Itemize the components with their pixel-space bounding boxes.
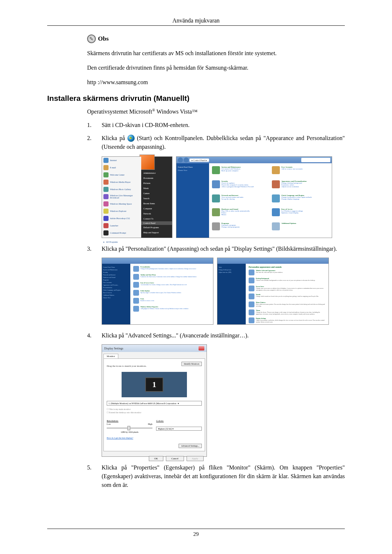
step-2-text-a: Klicka på bbox=[102, 135, 127, 141]
sm-left-4: Windows Photo Gallery bbox=[110, 188, 131, 190]
smr-12: Help and Support bbox=[143, 230, 170, 235]
advanced-settings-button: Advanced Settings... bbox=[179, 444, 202, 448]
step-5-text: Klicka på "Properties" (Egenskaper) på f… bbox=[102, 463, 345, 489]
smr-4: Games bbox=[143, 191, 170, 196]
ps-left-item: Network and Internet bbox=[103, 274, 129, 276]
ds-drag-text: Drag the icons to match your monitors. bbox=[107, 365, 147, 368]
step-3: 3. Klicka på "Personalization" (Anpassni… bbox=[87, 245, 345, 253]
ps-left-item: Change desktop icons bbox=[219, 268, 245, 271]
color-depth-dropdown: Highest (32 bit) ▾ bbox=[156, 427, 202, 431]
ps-section: Taskbar and Start MenuCustomize the Star… bbox=[133, 274, 210, 280]
ps-left-item: Adjust font size (DPI) bbox=[219, 271, 245, 274]
back-button-icon bbox=[178, 157, 183, 163]
startmenu-screenshot: Internet E-mail Welcome Center Windows M… bbox=[102, 156, 172, 238]
ps-section: ThemeChange the theme. Themes can change… bbox=[249, 309, 326, 315]
step-1-num: 1. bbox=[87, 121, 102, 130]
step-4-num: 4. bbox=[87, 331, 102, 340]
header-divider bbox=[47, 25, 345, 26]
ps-left-item: Additional Options bbox=[103, 294, 129, 296]
sm-left-1: E-mail bbox=[110, 167, 116, 169]
smr-6: Recent Items bbox=[143, 201, 170, 206]
sm-left-0: Internet bbox=[110, 159, 117, 161]
ps-section: FontsInstall or remove a font bbox=[133, 298, 210, 304]
ps-left-item: Clock, Language, and Region bbox=[103, 289, 129, 291]
smr-3: Music bbox=[143, 186, 170, 191]
user-avatar bbox=[139, 155, 155, 170]
monitor-select-dropdown: 1. (Multiple Monitors) on NVIDIA GeForce… bbox=[107, 401, 202, 406]
cp-breadcrumb: ▸ Control Panel ▸ bbox=[189, 159, 209, 162]
step-3-text: Klicka på "Personalization" (Anpassning)… bbox=[102, 245, 345, 253]
os-prefix: Operativsystemet Microsoft bbox=[87, 108, 152, 115]
ps-section: PersonalizationChange desktop background… bbox=[133, 266, 210, 272]
page-header-title: Använda mjukvaran bbox=[47, 0, 345, 25]
cp-category: SecurityCheck for updatesCheck this comp… bbox=[212, 180, 269, 193]
ps-section: Desktop BackgroundChoose from available … bbox=[249, 278, 326, 283]
personalization-window-screenshot: TasksChange desktop iconsAdjust font siz… bbox=[217, 258, 329, 325]
ok-button: OK bbox=[149, 456, 163, 461]
ps-left-item: System and Maintenance bbox=[103, 268, 129, 271]
ps-section: Mouse PointersPick a different mouse poi… bbox=[249, 301, 326, 307]
ps-section: SoundsChange which sounds are heard when… bbox=[249, 294, 326, 299]
slider-low: Low bbox=[107, 423, 111, 425]
resolution-label: Resolution: bbox=[107, 419, 118, 422]
page-footer: 29 bbox=[47, 529, 345, 537]
step-5-num: 5. bbox=[87, 463, 102, 472]
ps-left-item: Programs bbox=[103, 279, 129, 281]
cp-category: ProgramsUninstall a programChange startu… bbox=[212, 222, 269, 235]
sm-left-3: Windows Media Player bbox=[110, 181, 130, 183]
ps-left-item: Control Panel Home bbox=[103, 266, 129, 268]
cp-category: Ease of AccessLet Windows suggest settin… bbox=[272, 208, 329, 221]
slider-high: High bbox=[148, 423, 152, 425]
person-heading: Personalize appearance and sounds bbox=[249, 266, 326, 268]
sm-left-11: All Programs bbox=[106, 241, 118, 243]
cp-category: Hardware and SoundPlay CDs or other medi… bbox=[212, 208, 269, 221]
smr-5: Search bbox=[143, 196, 170, 201]
resolution-value: 1280 by 1024 pixels bbox=[107, 431, 152, 433]
ps-section: Ease of Access CenterAccommodate low vis… bbox=[133, 282, 210, 288]
colors-label: Colors: bbox=[156, 419, 164, 422]
close-icon bbox=[199, 346, 204, 350]
sm-left-10: Command Prompt bbox=[110, 232, 126, 234]
ds-title: Display Settings bbox=[104, 347, 123, 350]
extend-desktop-checkbox: ☐ Extend the desktop onto this monitor bbox=[107, 411, 202, 414]
main-monitor-checkbox: ☐ This is my main monitor bbox=[107, 408, 202, 410]
smr-11: Default Programs bbox=[143, 225, 170, 230]
ps-left-item: Appearance and Persona... bbox=[103, 284, 129, 286]
ps-section: Window Color and AppearanceFine tune the… bbox=[249, 270, 326, 275]
monitor-thumbnail: 1 bbox=[145, 377, 163, 392]
sm-left-9: Launcher bbox=[110, 225, 118, 227]
sm-left-8: Adobe Photoshop CS2 bbox=[110, 217, 130, 219]
smr-0: Administrator bbox=[143, 171, 170, 176]
search-box bbox=[301, 158, 330, 162]
cp-left-1: Classic View bbox=[178, 169, 208, 172]
cp-category: User AccountsAdd or remove user accounts bbox=[272, 166, 329, 179]
obs-label: Obs bbox=[98, 35, 109, 42]
appearance-window-screenshot: Control Panel HomeSystem and Maintenance… bbox=[102, 258, 213, 325]
cp-category: System and MaintenanceGet started with W… bbox=[212, 166, 269, 179]
step-2-text: Klicka på (Start) och Kontrollpanelen. D… bbox=[102, 134, 345, 151]
smr-10: Control Panel bbox=[141, 221, 172, 225]
smr-1: Documents bbox=[143, 176, 170, 181]
ds-tab-monitor: Monitor bbox=[103, 354, 118, 358]
ps-section: Display SettingsAdjust your monitor reso… bbox=[249, 317, 326, 323]
step-4: 4. Klicka på "Advanced Settings..." (Ava… bbox=[87, 331, 345, 340]
note-line-2: Den certifierade drivrutinen finns på he… bbox=[87, 63, 345, 72]
step-1: 1. Sätt i CD-skivan i CD-ROM-enheten. bbox=[87, 121, 345, 130]
ps-left-item: Hardware and Sound bbox=[103, 276, 129, 279]
smr-7: Computer bbox=[143, 206, 170, 211]
ps-left-item: Ease of Access bbox=[103, 291, 129, 294]
screenshot-row-2: Control Panel HomeSystem and Maintenance… bbox=[102, 258, 345, 325]
ps-left-item: Tasks bbox=[219, 266, 245, 268]
smr-2: Pictures bbox=[143, 181, 170, 186]
step-3-num: 3. bbox=[87, 245, 102, 253]
sm-left-5: Windows Live Messenger Download bbox=[110, 194, 140, 199]
ps-left-item: Personalization bbox=[103, 286, 129, 289]
cp-category: Network and InternetView network status … bbox=[212, 194, 269, 207]
ps-left-item: User Accounts bbox=[103, 281, 129, 284]
os-suffix: Windows Vista™ bbox=[155, 108, 198, 115]
smr-9: Connect To bbox=[143, 216, 170, 221]
ps-left-item: Security bbox=[103, 271, 129, 274]
screenshot-row-1: Internet E-mail Welcome Center Windows M… bbox=[102, 156, 345, 238]
ps-section: Screen SaverChange your screen saver or … bbox=[249, 286, 326, 291]
sm-left-2: Welcome Center bbox=[110, 174, 124, 176]
